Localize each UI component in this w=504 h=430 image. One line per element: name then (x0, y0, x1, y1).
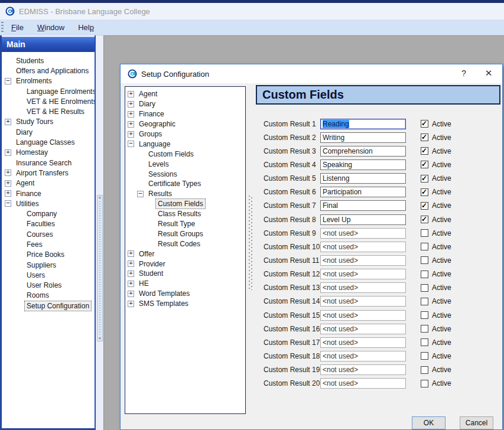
tree-panel-splitter[interactable] (248, 196, 253, 290)
custom-result-input[interactable]: Participation (320, 187, 406, 197)
custom-result-input[interactable]: Listenng (320, 173, 406, 184)
custom-result-input[interactable]: <not used> (320, 255, 406, 266)
config-tree-item[interactable]: Finance (125, 109, 245, 119)
sidebar-tree-item[interactable]: Suppliers (2, 260, 95, 270)
sidebar-tree-item[interactable]: Finance (2, 188, 95, 198)
config-tree-item[interactable]: Word Templates (125, 289, 245, 299)
config-tree-item[interactable]: Results (125, 189, 245, 199)
config-tree-item[interactable]: Agent (125, 89, 245, 99)
sidebar-tree-item[interactable]: Users (2, 270, 95, 280)
tree-expander-icon[interactable] (128, 121, 134, 128)
sidebar-tree-item[interactable]: Faculties (2, 219, 95, 229)
sidebar-tree-item[interactable]: Language Enrolments (2, 86, 95, 96)
active-checkbox[interactable] (421, 256, 428, 264)
tree-expander-icon[interactable] (128, 131, 134, 138)
active-checkbox[interactable] (421, 229, 428, 237)
sidebar-tree-item[interactable]: Insurance Search (2, 158, 95, 168)
config-tree-item[interactable]: SMS Templates (125, 299, 245, 309)
tree-expander-icon[interactable] (128, 141, 134, 147)
active-checkbox[interactable] (421, 271, 428, 278)
active-checkbox[interactable] (421, 147, 428, 155)
active-checkbox[interactable] (421, 352, 428, 360)
active-checkbox[interactable] (421, 243, 428, 250)
menubar-gripper[interactable] (1, 22, 4, 33)
help-button[interactable]: ? (451, 64, 476, 83)
tree-expander-icon[interactable] (128, 91, 134, 97)
tree-expander-icon[interactable] (128, 250, 134, 257)
tree-expander-icon[interactable] (5, 180, 11, 187)
config-tree-item[interactable]: Result Groups (125, 229, 245, 239)
sidebar-splitter[interactable]: < < (97, 195, 103, 341)
custom-result-input[interactable]: <not used> (320, 296, 406, 307)
active-checkbox[interactable] (421, 202, 428, 210)
config-tree-item[interactable]: Custom Fields (125, 149, 245, 159)
custom-result-input[interactable]: <not used> (320, 282, 406, 293)
sidebar-tree-item[interactable]: Language Classes (2, 137, 95, 147)
custom-result-input[interactable]: Reading (320, 119, 406, 129)
active-checkbox[interactable] (421, 325, 428, 333)
active-checkbox[interactable] (421, 216, 428, 223)
sidebar-tree-item[interactable]: Offers and Applications (2, 66, 95, 76)
config-tree-item[interactable]: Result Codes (125, 239, 245, 249)
custom-result-input[interactable]: Writing (320, 132, 406, 143)
sidebar-tree-item[interactable]: Fees (2, 239, 95, 249)
sidebar-tree-item[interactable]: VET & HE Results (2, 106, 95, 116)
custom-result-input[interactable]: Speaking (320, 159, 406, 170)
active-checkbox[interactable] (421, 284, 428, 292)
active-checkbox[interactable] (421, 366, 428, 374)
sidebar-tree-item[interactable]: Courses (2, 229, 95, 239)
collapse-left-icon[interactable]: < (99, 196, 102, 200)
tree-expander-icon[interactable] (137, 191, 144, 197)
custom-result-input[interactable]: <not used> (320, 310, 406, 321)
config-tree-item[interactable]: Certificate Types (125, 179, 245, 189)
collapse-left-icon[interactable]: < (99, 336, 102, 341)
sidebar-tree-item[interactable]: Airport Transfers (2, 168, 95, 178)
config-tree-item[interactable]: Diary (125, 99, 245, 109)
custom-result-input[interactable]: <not used> (320, 324, 406, 334)
tree-expander-icon[interactable] (5, 190, 11, 197)
sidebar-tree-item[interactable]: Company (2, 209, 95, 219)
custom-result-input[interactable]: Final (320, 200, 406, 211)
tree-expander-icon[interactable] (128, 291, 134, 297)
config-tree-item[interactable]: Sessions (125, 169, 245, 179)
sidebar-tree-item[interactable]: Agent (2, 178, 95, 188)
active-checkbox[interactable] (421, 380, 428, 387)
menu-window[interactable]: Window (31, 21, 70, 34)
sidebar-tree-item[interactable]: VET & HE Enrolments (2, 96, 95, 106)
menu-file[interactable]: File (5, 21, 30, 34)
active-checkbox[interactable] (421, 311, 428, 319)
sidebar-tree-item[interactable]: Study Tours (2, 117, 95, 127)
config-tree-item[interactable]: Provider (125, 259, 245, 269)
cancel-button[interactable]: Cancel (460, 416, 493, 429)
sidebar-tree-item[interactable]: Setup Configuration (2, 301, 95, 311)
custom-result-input[interactable]: <not used> (320, 269, 406, 279)
sidebar-tree-item[interactable]: Homestay (2, 148, 95, 158)
close-icon[interactable]: ✕ (476, 64, 501, 83)
config-tree-item[interactable]: Student (125, 269, 245, 279)
config-tree-item[interactable]: Class Results (125, 209, 245, 219)
custom-result-input[interactable]: <not used> (320, 351, 406, 361)
tree-expander-icon[interactable] (5, 78, 11, 84)
sidebar-tree-item[interactable]: Rooms (2, 291, 95, 301)
active-checkbox[interactable] (421, 338, 428, 346)
custom-result-input[interactable]: <not used> (320, 242, 406, 252)
custom-result-input[interactable]: <not used> (320, 364, 406, 375)
sidebar-tree-item[interactable]: User Roles (2, 281, 95, 291)
config-tree-item[interactable]: Custom Fields (125, 199, 245, 209)
tree-expander-icon[interactable] (5, 119, 11, 125)
menu-help[interactable]: Help (72, 21, 100, 34)
custom-result-input[interactable]: Level Up (320, 214, 406, 225)
tree-expander-icon[interactable] (5, 200, 11, 207)
sidebar-tree-item[interactable]: Students (2, 56, 95, 66)
config-tree-item[interactable]: Offer (125, 249, 245, 259)
custom-result-input[interactable]: <not used> (320, 228, 406, 239)
tree-expander-icon[interactable] (128, 271, 134, 277)
active-checkbox[interactable] (421, 133, 428, 141)
tree-expander-icon[interactable] (128, 111, 134, 118)
active-checkbox[interactable] (421, 175, 428, 183)
ok-button[interactable]: OK (412, 416, 446, 429)
tree-expander-icon[interactable] (128, 301, 134, 307)
active-checkbox[interactable] (421, 188, 428, 196)
custom-result-input[interactable]: <not used> (320, 378, 406, 389)
tree-expander-icon[interactable] (5, 170, 11, 176)
